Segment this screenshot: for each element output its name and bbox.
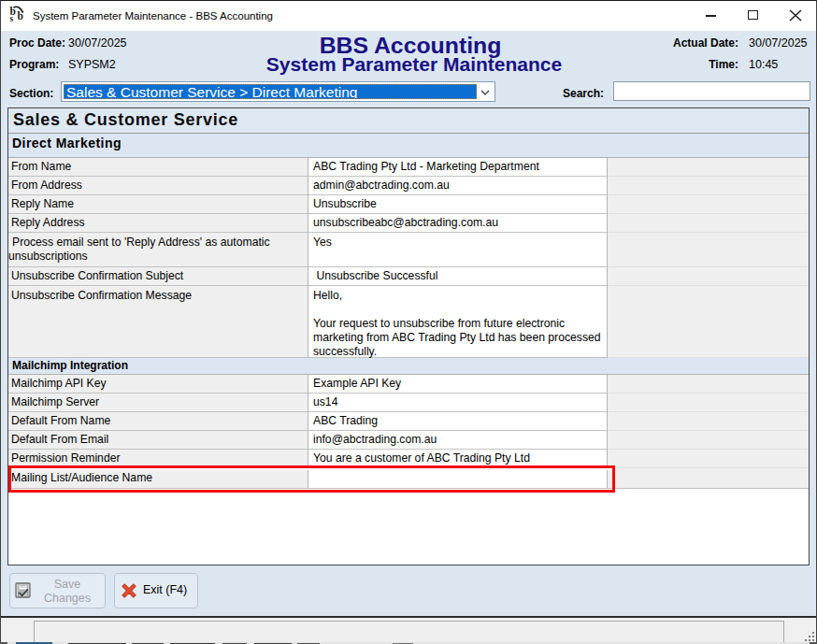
svg-text:s: s <box>10 14 14 23</box>
svg-text:b: b <box>18 10 23 21</box>
